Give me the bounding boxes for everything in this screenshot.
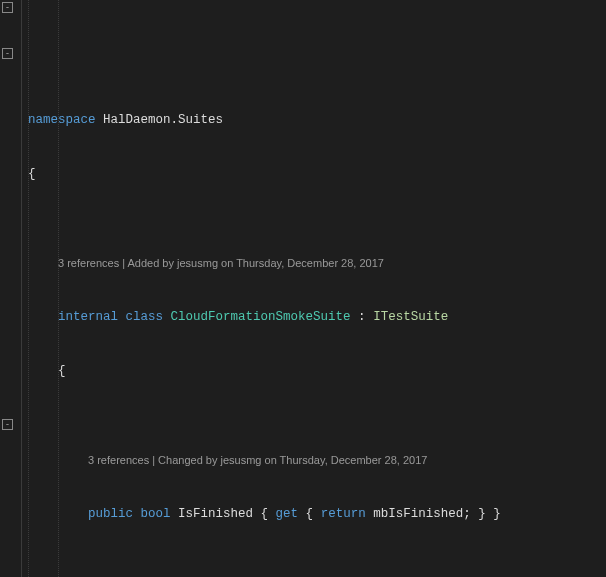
blank-line <box>28 560 606 578</box>
fold-icon[interactable]: - <box>2 2 13 13</box>
code-line[interactable]: internal class CloudFormationSmokeSuite … <box>28 308 606 326</box>
code-line[interactable]: { <box>28 362 606 380</box>
codelens[interactable]: 3 references | Added by jesusmg on Thurs… <box>28 256 606 272</box>
gutter: - - - <box>0 0 22 577</box>
indent-guide <box>28 0 29 577</box>
indent-guide <box>58 0 59 577</box>
fold-icon[interactable]: - <box>2 419 13 430</box>
code-area[interactable]: namespace HalDaemon.Suites { 3 reference… <box>22 0 606 577</box>
code-editor[interactable]: - - - namespace HalDaemon.Suites { 3 ref… <box>0 0 606 577</box>
codelens[interactable]: 3 references | Changed by jesusmg on Thu… <box>28 453 606 469</box>
code-line[interactable]: { <box>28 165 606 183</box>
fold-icon[interactable]: - <box>2 48 13 59</box>
code-line[interactable]: public bool IsFinished { get { return mb… <box>28 505 606 523</box>
code-line[interactable]: namespace HalDaemon.Suites <box>28 111 606 129</box>
